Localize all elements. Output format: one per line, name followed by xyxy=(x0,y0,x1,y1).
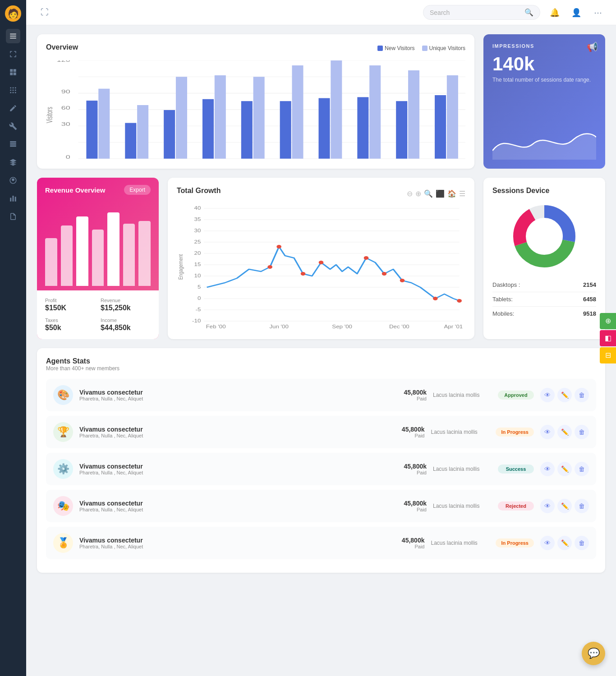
agent-edit-btn-1[interactable]: ✏️ xyxy=(557,425,572,439)
svg-point-88 xyxy=(319,261,324,264)
menu-dots-icon[interactable]: ☰ xyxy=(459,189,465,198)
profit-value: $150K xyxy=(45,304,95,312)
growth-title: Total Growth xyxy=(177,187,221,195)
agent-paid-3: Paid xyxy=(391,507,427,512)
agent-view-btn-3[interactable]: 👁 xyxy=(540,499,555,513)
zoom-in-icon[interactable]: ⊕ xyxy=(415,189,421,198)
profit-label: Profit xyxy=(45,298,95,303)
export-button[interactable]: Export xyxy=(124,185,151,195)
download-icon[interactable]: ⬛ xyxy=(436,189,445,198)
svg-rect-32 xyxy=(86,101,97,159)
svg-point-91 xyxy=(400,279,405,282)
sidebar-item-chart[interactable] xyxy=(6,191,20,206)
sidebar-item-fullscreen[interactable] xyxy=(6,47,20,61)
growth-svg: 40 35 30 25 20 15 10 5 0 -5 -10 Engageme… xyxy=(177,204,465,330)
svg-text:30: 30 xyxy=(61,122,70,127)
status-badge-1: In Progress xyxy=(496,428,534,437)
agent-avatar-1: 🏆 xyxy=(53,422,73,442)
svg-rect-47 xyxy=(369,65,381,159)
zoom-fit-icon[interactable]: 🔍 xyxy=(424,189,433,198)
search-input[interactable] xyxy=(430,9,521,16)
overview-card: Overview New Visitors Unique Visitors xyxy=(37,34,474,169)
agent-edit-btn-0[interactable]: ✏️ xyxy=(557,388,572,402)
agent-view-btn-2[interactable]: 👁 xyxy=(540,462,555,476)
agent-row-4: 🏅 Vivamus consectetur Pharetra, Nulla , … xyxy=(46,527,596,559)
sidebar-item-tools[interactable] xyxy=(6,119,20,133)
agent-edit-btn-4[interactable]: ✏️ xyxy=(557,536,572,550)
taxes-value: $50k xyxy=(45,324,95,332)
svg-rect-45 xyxy=(331,60,342,159)
sidebar-item-pages[interactable] xyxy=(6,209,20,224)
svg-text:-10: -10 xyxy=(192,318,201,323)
sidebar-item-menu[interactable] xyxy=(6,29,20,43)
user-avatar[interactable]: 🧑 xyxy=(5,5,21,22)
agent-paid-2: Paid xyxy=(391,470,427,475)
agent-edit-btn-2[interactable]: ✏️ xyxy=(557,462,572,476)
topbar-logo[interactable]: ⛶ xyxy=(41,8,49,17)
agents-title: Agents Stats xyxy=(46,357,596,365)
status-badge-0: Approved xyxy=(498,391,534,400)
float-red-icon[interactable]: ◧ xyxy=(600,330,616,346)
agent-desc-1: Lacus lacinia mollis xyxy=(431,429,489,435)
sidebar-item-table[interactable] xyxy=(6,137,20,152)
sidebar-item-apps[interactable] xyxy=(6,83,20,97)
desktop-label: Dasktops : xyxy=(492,281,520,288)
agent-row-2: ⚙️ Vivamus consectetur Pharetra, Nulla ,… xyxy=(46,453,596,485)
sidebar-item-settings[interactable] xyxy=(6,173,20,188)
agent-delete-btn-2[interactable]: 🗑 xyxy=(575,462,589,476)
svg-text:0: 0 xyxy=(198,296,201,301)
svg-text:Apr '01: Apr '01 xyxy=(444,324,463,329)
svg-text:60: 60 xyxy=(61,105,70,110)
svg-rect-16 xyxy=(10,198,11,202)
mobile-label: Mobiles: xyxy=(492,310,514,317)
agent-amount-4: 45,800k Paid xyxy=(388,537,424,549)
growth-chart: 40 35 30 25 20 15 10 5 0 -5 -10 Engageme… xyxy=(177,204,465,330)
svg-rect-34 xyxy=(125,123,136,159)
sidebar-item-grid[interactable] xyxy=(6,65,20,79)
agent-view-btn-0[interactable]: 👁 xyxy=(540,388,555,402)
float-yellow-icon[interactable]: ⊟ xyxy=(600,347,616,363)
agent-delete-btn-4[interactable]: 🗑 xyxy=(575,536,589,550)
agent-desc-4: Lacus lacinia mollis xyxy=(431,540,489,546)
svg-rect-0 xyxy=(10,34,16,35)
svg-text:Engagement: Engagement xyxy=(177,254,184,280)
row-1: Overview New Visitors Unique Visitors xyxy=(37,34,605,169)
agent-amount-1: 45,800k Paid xyxy=(388,426,424,438)
agent-view-btn-4[interactable]: 👁 xyxy=(540,536,555,550)
sidebar-item-layers[interactable] xyxy=(6,155,20,170)
agent-avatar-4: 🏅 xyxy=(53,533,73,553)
agent-delete-btn-0[interactable]: 🗑 xyxy=(575,388,589,402)
income-value: $44,850k xyxy=(101,324,151,332)
donut-chart xyxy=(492,200,596,272)
agent-paid-4: Paid xyxy=(388,544,424,549)
user-icon[interactable]: 👤 xyxy=(569,5,584,20)
chat-fab[interactable]: 💬 xyxy=(582,642,605,665)
content-area: Overview New Visitors Unique Visitors xyxy=(26,25,616,582)
sidebar-item-edit[interactable] xyxy=(6,101,20,115)
revenue-value: $15,250k xyxy=(101,304,151,312)
status-badge-3: Rejected xyxy=(498,501,534,510)
svg-rect-49 xyxy=(408,70,419,159)
more-icon[interactable]: ⋯ xyxy=(591,5,605,20)
svg-point-12 xyxy=(15,90,16,91)
sessions-stats: Dasktops : 2154 Tablets: 6458 Mobiles: 9… xyxy=(492,278,596,321)
legend-dot-unique xyxy=(422,46,428,51)
notification-icon[interactable]: 🔔 xyxy=(547,5,562,20)
zoom-out-icon[interactable]: ⊖ xyxy=(407,189,413,198)
svg-point-9 xyxy=(15,87,16,88)
svg-rect-38 xyxy=(202,99,214,159)
svg-text:25: 25 xyxy=(194,239,201,244)
agent-delete-btn-1[interactable]: 🗑 xyxy=(575,425,589,439)
legend-dot-new xyxy=(377,46,383,51)
svg-rect-3 xyxy=(10,69,13,72)
agent-edit-btn-3[interactable]: ✏️ xyxy=(557,499,572,513)
float-green-icon[interactable]: ⊕ xyxy=(600,313,616,329)
svg-rect-51 xyxy=(447,75,458,159)
agent-delete-btn-3[interactable]: 🗑 xyxy=(575,499,589,513)
impressions-value: 140k xyxy=(492,53,596,75)
revenue-bar-1 xyxy=(45,238,57,286)
home-icon[interactable]: 🏠 xyxy=(447,189,456,198)
status-badge-4: In Progress xyxy=(496,538,534,547)
svg-point-15 xyxy=(15,92,16,93)
agent-view-btn-1[interactable]: 👁 xyxy=(540,425,555,439)
